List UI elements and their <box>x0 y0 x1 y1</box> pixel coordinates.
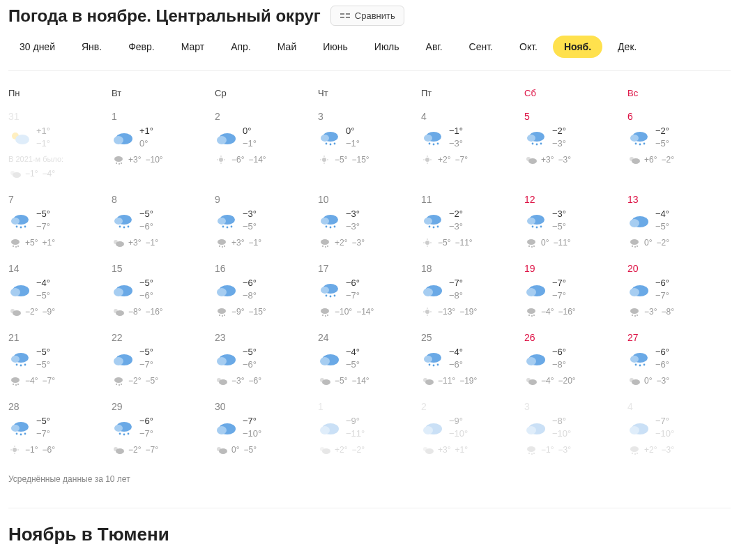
month-tab[interactable]: Авг. <box>415 36 454 58</box>
month-tab[interactable]: Июль <box>363 36 411 58</box>
day-number: 1 <box>318 401 421 412</box>
calendar-day[interactable]: 29−6°−7°−2°−7° <box>112 397 215 466</box>
calendar-day[interactable]: 28−5°−7°−1°−6° <box>8 397 112 466</box>
day-number: 5 <box>524 111 627 122</box>
calendar-day[interactable]: 10−3°−3°+2°−3° <box>318 190 421 259</box>
temps: −4°−5° <box>346 346 360 370</box>
historical-high: +5° <box>25 238 38 248</box>
calendar-day[interactable]: 20°−1°−6°−14° <box>215 107 318 190</box>
calendar-day[interactable]: 5−2°−3°+3°−3° <box>524 107 627 190</box>
temps: −5°−5° <box>36 346 50 370</box>
calendar-day[interactable]: 3−8°−10°−1°−3° <box>524 397 627 466</box>
historical-high: −5° <box>438 238 450 248</box>
historical-weather-icon <box>421 238 434 248</box>
historical-low: −5° <box>145 376 158 386</box>
calendar-day[interactable]: 4−1°−3°+2°−7° <box>421 107 524 190</box>
day-main: −3°−5° <box>524 208 627 232</box>
weekday-label: Пн <box>8 88 112 98</box>
month-tab[interactable]: Окт. <box>508 36 549 58</box>
temp-high: −2° <box>552 125 566 137</box>
temps: −6°−7° <box>346 277 360 301</box>
month-tab[interactable]: Май <box>266 36 307 58</box>
calendar-day[interactable]: 7−5°−7°+5°+1° <box>8 190 112 259</box>
calendar-day[interactable]: 20−6°−7°−3°−8° <box>627 259 731 328</box>
calendar-day[interactable]: 24−4°−5°−5°−14° <box>318 328 421 397</box>
temp-high: −6° <box>243 277 257 289</box>
day-main: −6°−7° <box>627 277 731 301</box>
compare-button[interactable]: Сравнить <box>330 6 404 26</box>
temps: −5°−6° <box>139 208 153 232</box>
calendar-day[interactable]: 16−6°−8°−9°−15° <box>215 259 318 328</box>
day-number: 26 <box>524 332 627 343</box>
month-tab[interactable]: Март <box>170 36 216 58</box>
temp-low: −8° <box>243 289 257 302</box>
day-main: −5°−6° <box>215 346 318 370</box>
calendar-day[interactable]: 26−6°−8°−4°−20° <box>524 328 627 397</box>
calendar-day[interactable]: 21−5°−5°−4°−7° <box>8 328 112 397</box>
historical-low: −4° <box>42 169 54 179</box>
historical-weather-icon <box>421 376 434 386</box>
calendar-day[interactable]: 11−2°−3°−5°−11° <box>421 190 524 259</box>
calendar-day[interactable]: 8−5°−6°+3°−1° <box>112 190 215 259</box>
day-main: +1°−1° <box>8 125 112 149</box>
temp-low: −3° <box>449 220 463 233</box>
calendar-day[interactable]: 27−6°−6°0°−3° <box>627 328 731 397</box>
month-tab[interactable]: Июнь <box>312 36 359 58</box>
calendar-day[interactable]: 9−3°−5°+3°−1° <box>215 190 318 259</box>
weekday-label: Сб <box>524 88 627 98</box>
temp-high: −6° <box>139 415 153 427</box>
month-tab[interactable]: Янв. <box>70 36 113 58</box>
historical-weather-icon <box>318 155 330 165</box>
calendar-day[interactable]: 2−9°−10°+3°+1° <box>421 397 524 466</box>
calendar-day[interactable]: 23−5°−6°−3°−6° <box>215 328 318 397</box>
calendar-day[interactable]: 30−7°−10°0°−5° <box>215 397 318 466</box>
month-tab[interactable]: Дек. <box>607 36 648 58</box>
historical-low: −7° <box>42 376 54 386</box>
weekday-label: Вс <box>627 88 731 98</box>
historical-high: −9° <box>231 307 244 317</box>
historical-high: +3° <box>128 155 141 165</box>
day-main: −9°−11° <box>318 415 421 439</box>
calendar-day[interactable]: 31+1°−1°В 2021-м было:−1°−4° <box>8 107 112 190</box>
calendar-day[interactable]: 25−4°−6°−11°−19° <box>421 328 524 397</box>
historical-high: +2° <box>335 238 347 248</box>
month-tab[interactable]: Февр. <box>117 36 166 58</box>
month-tab[interactable]: Нояб. <box>553 36 602 58</box>
calendar-day[interactable]: 30°−1°−5°−15° <box>318 107 421 190</box>
divider <box>8 508 731 508</box>
historical-low: −1° <box>248 238 261 248</box>
temp-low: −7° <box>655 289 669 302</box>
temp-low: −7° <box>36 427 50 440</box>
historical-low: −2° <box>661 155 673 165</box>
historical-line: +2°−3° <box>627 445 731 455</box>
day-number: 2 <box>421 401 524 412</box>
temp-high: −5° <box>243 346 257 358</box>
calendar-day[interactable]: 14−4°−5°−2°−9° <box>8 259 112 328</box>
calendar-day[interactable]: 12−3°−5°0°−11° <box>524 190 627 259</box>
temp-low: −7° <box>139 427 153 440</box>
historical-low: −3° <box>351 238 364 248</box>
calendar-day[interactable]: 22−5°−7°−2°−5° <box>112 328 215 397</box>
historical-line: 0°−11° <box>524 238 627 248</box>
calendar-day[interactable]: 6−2°−5°+6°−2° <box>627 107 731 190</box>
historical-weather-icon <box>215 307 227 317</box>
month-tab[interactable]: Сент. <box>458 36 504 58</box>
weather-icon <box>8 212 31 229</box>
header: Погода в ноябре. Центральный округ Сравн… <box>8 0 731 36</box>
historical-weather-icon <box>8 238 21 248</box>
month-tab[interactable]: Апр. <box>220 36 262 58</box>
historical-line: +2°−3° <box>318 238 421 248</box>
temp-high: −8° <box>552 415 571 427</box>
calendar-day[interactable]: 17−6°−7°−10°−14° <box>318 259 421 328</box>
historical-high: −4° <box>541 307 554 317</box>
calendar-day[interactable]: 19−7°−7°−4°−16° <box>524 259 627 328</box>
calendar-day[interactable]: 1+1°0°+3°−10° <box>112 107 215 190</box>
calendar-day[interactable]: 15−5°−6°−8°−16° <box>112 259 215 328</box>
calendar-day[interactable]: 1−9°−11°+2°−2° <box>318 397 421 466</box>
temps: −2°−3° <box>552 125 566 149</box>
calendar-day[interactable]: 18−7°−8°−13°−19° <box>421 259 524 328</box>
calendar-day[interactable]: 13−4°−5°0°−2° <box>627 190 731 259</box>
month-tab[interactable]: 30 дней <box>8 36 66 58</box>
weather-icon <box>421 419 443 436</box>
calendar-day[interactable]: 4−7°−10°+2°−3° <box>627 397 731 466</box>
